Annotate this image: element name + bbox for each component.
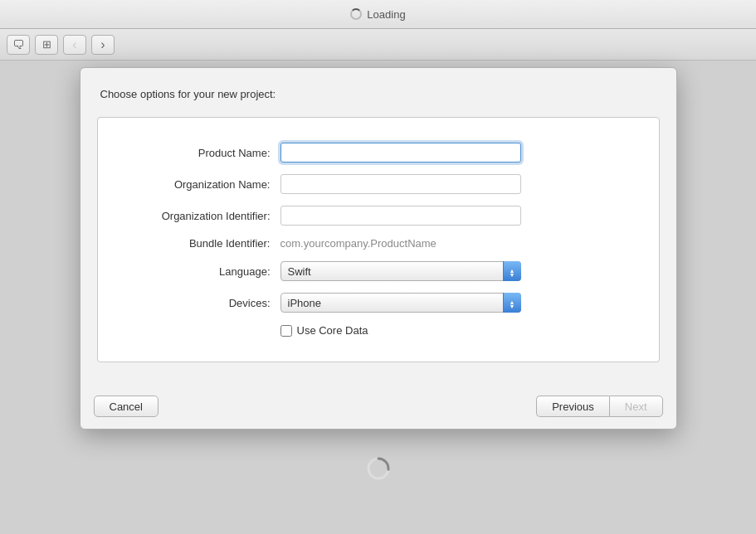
main-content: Choose options for your new project: Pro… [0,61,756,534]
devices-label: Devices: [115,297,280,309]
org-name-row: Organization Name: [115,174,642,194]
product-name-input[interactable] [280,143,521,163]
chat-icon: 🗨 [12,37,25,51]
form-container: Product Name: Organization Name: Organiz… [97,117,660,362]
language-row: Language: Swift Objective-C [115,261,642,281]
org-identifier-row: Organization Identifier: [115,206,642,226]
dialog-body: Choose options for your new project: Pro… [80,68,676,389]
core-data-label: Use Core Data [297,324,368,337]
grid-icon: ⊞ [42,38,51,51]
devices-select[interactable]: iPhone iPad Universal [280,293,521,313]
loading-spinner [350,8,362,20]
forward-icon: › [100,37,105,52]
devices-select-wrapper: iPhone iPad Universal [280,293,521,313]
product-name-row: Product Name: [115,143,642,163]
cancel-button[interactable]: Cancel [94,396,159,417]
loading-label: Loading [367,8,405,21]
org-name-input[interactable] [280,174,521,194]
language-select-wrapper: Swift Objective-C [280,261,521,281]
core-data-row: Use Core Data [115,324,642,337]
devices-row: Devices: iPhone iPad Universal [115,293,642,313]
loading-indicator: Loading [350,8,405,21]
forward-button[interactable]: › [91,35,115,55]
chat-button[interactable]: 🗨 [7,35,30,55]
language-label: Language: [115,265,280,278]
org-identifier-label: Organization Identifier: [115,210,280,222]
background-spinner [365,455,392,484]
dialog-footer: Cancel Previous Next [80,389,676,429]
toolbar: 🗨 ⊞ ‹ › [0,29,756,61]
bundle-id-label: Bundle Identifier: [115,237,280,250]
nav-button-group: Previous Next [536,396,662,417]
product-name-label: Product Name: [115,147,280,159]
next-button[interactable]: Next [609,396,663,417]
core-data-checkbox[interactable] [280,325,292,337]
spinner-svg [365,455,392,482]
grid-button[interactable]: ⊞ [35,35,58,55]
bundle-id-value: com.yourcompany.ProductName [280,237,437,250]
previous-button[interactable]: Previous [536,396,609,417]
org-name-label: Organization Name: [115,178,280,191]
org-identifier-input[interactable] [280,206,521,226]
new-project-dialog: Choose options for your new project: Pro… [80,67,677,430]
back-icon: ‹ [72,37,76,52]
bundle-id-row: Bundle Identifier: com.yourcompany.Produ… [115,237,642,250]
dialog-title: Choose options for your new project: [97,88,660,100]
back-button[interactable]: ‹ [63,35,86,55]
top-bar: Loading [0,0,756,29]
language-select[interactable]: Swift Objective-C [280,261,521,281]
